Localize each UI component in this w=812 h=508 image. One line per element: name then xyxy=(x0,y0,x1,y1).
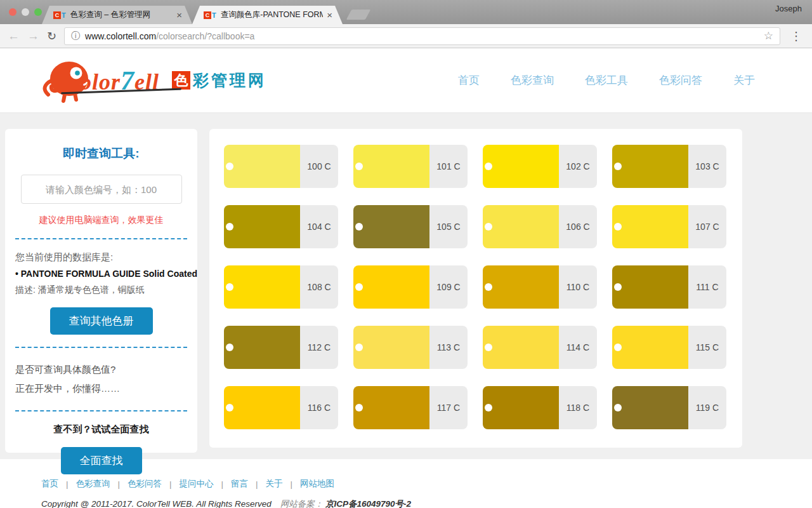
copyright-text: Copyright @ 2011-2017. ColorTell WEB. Al… xyxy=(41,499,272,508)
swatch-label: 103 C xyxy=(688,145,726,188)
url-path: /colorsearch/?callbook=a xyxy=(156,31,254,41)
swatch-label: 106 C xyxy=(559,205,597,248)
swatch-label: 110 C xyxy=(559,265,597,309)
nav-item[interactable]: 色彩工具 xyxy=(585,73,628,88)
page-info-icon[interactable]: ⓘ xyxy=(71,30,80,42)
color-swatch-card[interactable]: 112 C xyxy=(224,326,338,369)
color-swatch-card[interactable]: 108 C xyxy=(224,265,338,309)
swatch-color-area xyxy=(483,386,559,429)
footer-link[interactable]: 留言 xyxy=(231,478,248,490)
minimize-window-button[interactable] xyxy=(22,8,29,16)
search-all-button[interactable]: 全面查找 xyxy=(61,447,142,474)
swatch-color-area xyxy=(612,145,688,188)
footer-separator: | xyxy=(256,479,258,489)
swatch-color-area xyxy=(224,386,300,429)
site-header: olor7ell 色 彩管理网 首页 色彩查询 色彩工具 色彩问答 关于 xyxy=(0,48,812,113)
window-controls xyxy=(9,8,42,16)
swatch-label: 118 C xyxy=(559,386,597,429)
color-swatch-card[interactable]: 118 C xyxy=(483,386,597,429)
close-window-button[interactable] xyxy=(9,8,16,16)
icp-label: 网站备案： xyxy=(280,499,324,508)
browser-profile-name: Joseph xyxy=(775,4,802,13)
footer-link[interactable]: 网站地图 xyxy=(300,478,334,490)
swatch-label: 102 C xyxy=(559,145,597,188)
nav-item[interactable]: 色彩查询 xyxy=(511,73,554,88)
swatch-label: 105 C xyxy=(429,205,468,248)
swatch-color-area xyxy=(612,326,688,369)
browser-toolbar: ← → ↻ ⓘ www.colortell.com /colorsearch/?… xyxy=(0,24,812,48)
colortell-favicon: C T xyxy=(53,11,66,19)
logo-site-name: 彩管理网 xyxy=(193,70,266,91)
swatch-hole-dot xyxy=(485,163,492,170)
swatch-hole-dot xyxy=(614,404,622,411)
footer-link[interactable]: 色彩查询 xyxy=(76,478,110,490)
color-swatch-card[interactable]: 107 C xyxy=(612,205,726,248)
color-swatch-card[interactable]: 116 C xyxy=(224,386,338,429)
swatch-label: 113 C xyxy=(429,326,468,369)
dashed-divider xyxy=(15,347,187,348)
color-swatch-card[interactable]: 104 C xyxy=(224,205,338,248)
tab-color-search-home[interactable]: C T 色彩查询 – 色彩管理网 × xyxy=(42,6,192,24)
swatch-grid: 100 C 101 C 102 C xyxy=(224,145,728,429)
color-swatch-card[interactable]: 105 C xyxy=(353,205,468,248)
current-db-name: • PANTONE FORMULA GUIDE Solid Coated xyxy=(15,269,187,279)
color-swatch-card[interactable]: 103 C xyxy=(612,145,726,188)
color-swatch-card[interactable]: 111 C xyxy=(612,265,726,309)
bookmark-star-icon[interactable]: ☆ xyxy=(764,29,773,43)
swatch-color-area xyxy=(483,205,559,248)
color-swatch-card[interactable]: 106 C xyxy=(483,205,597,248)
url-bar[interactable]: ⓘ www.colortell.com /colorsearch/?callbo… xyxy=(64,27,780,45)
color-swatch-card[interactable]: 110 C xyxy=(483,265,597,309)
swatch-hole-dot xyxy=(485,283,492,291)
nav-item[interactable]: 首页 xyxy=(458,73,480,88)
color-swatch-card[interactable]: 117 C xyxy=(353,386,468,429)
footer-link[interactable]: 首页 xyxy=(41,478,58,490)
color-code-input[interactable] xyxy=(21,175,182,204)
color-swatch-card[interactable]: 102 C xyxy=(483,145,597,188)
color-swatch-card[interactable]: 101 C xyxy=(353,145,468,188)
swatch-hole-dot xyxy=(614,283,622,291)
colortell-favicon: C T xyxy=(204,11,216,19)
colortell-logo[interactable]: olor7ell 色 彩管理网 xyxy=(39,58,266,104)
nav-item[interactable]: 色彩问答 xyxy=(659,73,702,88)
footer-link[interactable]: 提问中心 xyxy=(180,478,214,490)
swatch-hole-dot xyxy=(355,344,363,351)
tab-pantone-library[interactable]: C T 查询颜色库-PANTONE FORMUL × xyxy=(192,6,343,24)
footer-separator: | xyxy=(221,479,224,489)
swatch-label: 111 C xyxy=(688,265,726,309)
other-colorbooks-button[interactable]: 查询其他色册 xyxy=(50,307,153,335)
tab-title: 色彩查询 – 色彩管理网 xyxy=(70,10,173,20)
swatch-hole-dot xyxy=(485,223,492,231)
color-swatch-card[interactable]: 119 C xyxy=(612,386,726,429)
swatch-color-area xyxy=(612,265,688,309)
color-swatch-card[interactable]: 113 C xyxy=(353,326,468,369)
swatch-hole-dot xyxy=(485,344,492,351)
color-swatch-card[interactable]: 109 C xyxy=(353,265,468,309)
footer-link[interactable]: 关于 xyxy=(266,478,283,490)
footer-link[interactable]: 色彩问答 xyxy=(128,478,162,490)
back-icon[interactable]: ← xyxy=(8,30,20,42)
color-swatch-card[interactable]: 100 C xyxy=(224,145,338,188)
color-swatch-card[interactable]: 115 C xyxy=(612,326,726,369)
swatch-color-area xyxy=(483,326,559,369)
url-host: www.colortell.com xyxy=(85,31,156,41)
browser-menu-icon[interactable]: ⋮ xyxy=(788,29,804,43)
swatch-color-area xyxy=(224,145,300,188)
sidebar-title: 即时查询工具: xyxy=(15,145,187,162)
swatch-hole-dot xyxy=(355,223,363,231)
swatch-hole-dot xyxy=(614,344,622,351)
new-tab-button[interactable] xyxy=(346,10,371,20)
tab-close-icon[interactable]: × xyxy=(325,10,334,20)
main-content: 即时查询工具: 建议使用电脑端查询，效果更佳 您当前使用的数据库是: • PAN… xyxy=(0,113,812,459)
tab-close-icon[interactable]: × xyxy=(175,10,183,20)
forward-icon[interactable]: → xyxy=(27,30,39,42)
color-swatch-card[interactable]: 114 C xyxy=(483,326,597,369)
nav-item[interactable]: 关于 xyxy=(733,73,755,88)
current-db-label: 您当前使用的数据库是: xyxy=(15,251,187,264)
swatch-hole-dot xyxy=(355,283,363,291)
reload-icon[interactable]: ↻ xyxy=(47,30,56,42)
swatch-hole-dot xyxy=(355,163,363,170)
footer-links: 首页 | 色彩查询 | 色彩问答 | 提问中心 | 留言 | xyxy=(41,478,812,490)
zoom-window-button[interactable] xyxy=(34,8,42,16)
footer-separator: | xyxy=(169,479,172,489)
